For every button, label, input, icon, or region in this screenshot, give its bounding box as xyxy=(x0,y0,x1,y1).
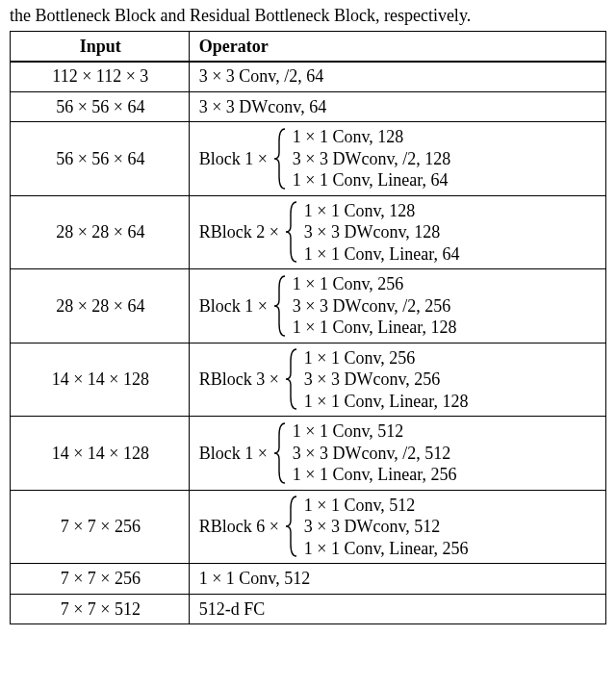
block-lines: 1 × 1 Conv, 2563 × 3 DWconv, /2, 2561 × … xyxy=(293,273,457,339)
operator-cell: RBlock 6 × 1 × 1 Conv, 5123 × 3 DWconv, … xyxy=(189,490,605,564)
block-line: 1 × 1 Conv, 512 xyxy=(304,495,469,517)
block-label: Block 1 × xyxy=(199,148,268,170)
architecture-table: Input Operator 112 × 112 × 33 × 3 Conv, … xyxy=(10,31,606,625)
block-label: Block 1 × xyxy=(199,295,268,318)
operator-text: 3 × 3 Conv, /2, 64 xyxy=(199,66,324,86)
block-lines: 1 × 1 Conv, 5123 × 3 DWconv, 5121 × 1 Co… xyxy=(304,495,469,560)
input-cell: 28 × 28 × 64 xyxy=(11,269,190,344)
block-line: 1 × 1 Conv, 128 xyxy=(304,200,460,222)
table-row: 7 × 7 × 256RBlock 6 × 1 × 1 Conv, 5123 ×… xyxy=(11,490,606,564)
block-line: 1 × 1 Conv, Linear, 64 xyxy=(293,169,450,191)
table-row: 28 × 28 × 64RBlock 2 × 1 × 1 Conv, 1283 … xyxy=(11,195,606,269)
operator-cell: 3 × 3 Conv, /2, 64 xyxy=(189,62,605,92)
left-brace-icon xyxy=(273,127,287,191)
left-brace-icon xyxy=(285,347,298,411)
block-line: 3 × 3 DWconv, 256 xyxy=(304,369,469,391)
block-label: RBlock 6 × xyxy=(199,516,279,538)
left-brace-icon xyxy=(273,421,287,485)
left-brace-icon xyxy=(273,274,287,338)
table-header-row: Input Operator xyxy=(11,31,606,62)
block-label: Block 1 × xyxy=(199,443,268,465)
input-cell: 112 × 112 × 3 xyxy=(11,62,190,92)
operator-text: 1 × 1 Conv, 512 xyxy=(199,569,311,588)
block-label: RBlock 3 × xyxy=(199,369,279,391)
table-row: 112 × 112 × 33 × 3 Conv, /2, 64 xyxy=(11,62,606,92)
input-cell: 14 × 14 × 128 xyxy=(11,417,190,491)
operator-cell: RBlock 3 × 1 × 1 Conv, 2563 × 3 DWconv, … xyxy=(189,343,605,417)
operator-cell: 1 × 1 Conv, 512 xyxy=(189,564,605,595)
block-line: 1 × 1 Conv, Linear, 256 xyxy=(293,464,457,486)
block-line: 1 × 1 Conv, 128 xyxy=(293,126,450,148)
block-line: 1 × 1 Conv, Linear, 128 xyxy=(293,317,457,339)
header-operator: Operator xyxy=(189,31,605,62)
table-row: 28 × 28 × 64Block 1 × 1 × 1 Conv, 2563 ×… xyxy=(11,269,606,344)
input-cell: 56 × 56 × 64 xyxy=(11,122,190,196)
page: the Bottleneck Block and Residual Bottle… xyxy=(0,0,616,634)
operator-text: 512-d FC xyxy=(199,599,266,619)
operator-cell: 3 × 3 DWconv, 64 xyxy=(189,91,605,122)
block-lines: 1 × 1 Conv, 1283 × 3 DWconv, 1281 × 1 Co… xyxy=(304,200,460,266)
table-row: 56 × 56 × 643 × 3 DWconv, 64 xyxy=(11,91,606,122)
operator-cell: 512-d FC xyxy=(189,594,605,624)
block-operator: Block 1 × 1 × 1 Conv, 5123 × 3 DWconv, /… xyxy=(199,420,598,486)
input-cell: 7 × 7 × 256 xyxy=(11,564,190,595)
operator-text: 3 × 3 DWconv, 64 xyxy=(199,97,326,116)
block-line: 1 × 1 Conv, 256 xyxy=(304,347,469,369)
operator-cell: Block 1 × 1 × 1 Conv, 1283 × 3 DWconv, /… xyxy=(189,122,605,196)
block-operator: Block 1 × 1 × 1 Conv, 2563 × 3 DWconv, /… xyxy=(199,273,598,339)
block-lines: 1 × 1 Conv, 2563 × 3 DWconv, 2561 × 1 Co… xyxy=(304,347,469,413)
block-line: 1 × 1 Conv, 512 xyxy=(293,420,457,443)
table-body: 112 × 112 × 33 × 3 Conv, /2, 6456 × 56 ×… xyxy=(11,62,606,624)
block-line: 3 × 3 DWconv, /2, 256 xyxy=(293,295,457,318)
block-line: 3 × 3 DWconv, 512 xyxy=(304,516,469,538)
block-lines: 1 × 1 Conv, 5123 × 3 DWconv, /2, 5121 × … xyxy=(293,420,457,486)
header-input: Input xyxy=(11,31,190,62)
block-line: 1 × 1 Conv, Linear, 64 xyxy=(304,243,460,266)
table-row: 56 × 56 × 64Block 1 × 1 × 1 Conv, 1283 ×… xyxy=(11,122,606,196)
block-label: RBlock 2 × xyxy=(199,221,279,243)
block-line: 1 × 1 Conv, Linear, 128 xyxy=(304,391,469,413)
input-cell: 7 × 7 × 256 xyxy=(11,490,190,564)
input-cell: 56 × 56 × 64 xyxy=(11,91,190,122)
block-operator: RBlock 3 × 1 × 1 Conv, 2563 × 3 DWconv, … xyxy=(199,347,598,413)
input-cell: 7 × 7 × 512 xyxy=(11,594,190,624)
block-line: 3 × 3 DWconv, 128 xyxy=(304,221,460,243)
left-brace-icon xyxy=(285,200,298,264)
block-line: 1 × 1 Conv, Linear, 256 xyxy=(304,538,469,560)
operator-cell: Block 1 × 1 × 1 Conv, 2563 × 3 DWconv, /… xyxy=(189,269,605,344)
operator-cell: RBlock 2 × 1 × 1 Conv, 1283 × 3 DWconv, … xyxy=(189,195,605,269)
block-line: 3 × 3 DWconv, /2, 128 xyxy=(293,148,450,170)
input-cell: 28 × 28 × 64 xyxy=(11,195,190,269)
input-cell: 14 × 14 × 128 xyxy=(11,343,190,417)
left-brace-icon xyxy=(285,495,298,558)
table-row: 7 × 7 × 2561 × 1 Conv, 512 xyxy=(11,564,606,595)
block-operator: RBlock 6 × 1 × 1 Conv, 5123 × 3 DWconv, … xyxy=(199,495,598,560)
operator-cell: Block 1 × 1 × 1 Conv, 5123 × 3 DWconv, /… xyxy=(189,417,605,491)
caption-fragment: the Bottleneck Block and Residual Bottle… xyxy=(10,6,606,27)
block-operator: Block 1 × 1 × 1 Conv, 1283 × 3 DWconv, /… xyxy=(199,126,598,191)
table-row: 14 × 14 × 128RBlock 3 × 1 × 1 Conv, 2563… xyxy=(11,343,606,417)
table-row: 7 × 7 × 512512-d FC xyxy=(11,594,606,624)
block-line: 3 × 3 DWconv, /2, 512 xyxy=(293,443,457,465)
block-line: 1 × 1 Conv, 256 xyxy=(293,273,457,295)
block-operator: RBlock 2 × 1 × 1 Conv, 1283 × 3 DWconv, … xyxy=(199,200,598,266)
table-row: 14 × 14 × 128Block 1 × 1 × 1 Conv, 5123 … xyxy=(11,417,606,491)
block-lines: 1 × 1 Conv, 1283 × 3 DWconv, /2, 1281 × … xyxy=(293,126,450,191)
